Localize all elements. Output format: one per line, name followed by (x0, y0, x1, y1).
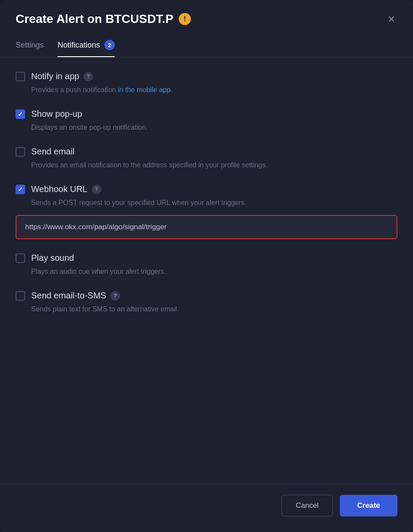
play-sound-label: Play sound (31, 253, 74, 263)
dialog-title: Create Alert on BTCUSDT.P ! (16, 12, 191, 26)
send-email-sms-checkbox[interactable] (16, 291, 25, 301)
dialog-body: Notify in app ? Provides a push notifica… (0, 58, 413, 484)
webhook-url-input[interactable] (25, 223, 388, 231)
option-send-email: Send email Provides an email notificatio… (16, 147, 397, 170)
create-button[interactable]: Create (340, 495, 397, 516)
notify-in-app-label: Notify in app (31, 71, 79, 81)
mobile-app-link[interactable]: in the mobile app (118, 86, 171, 93)
send-email-checkbox[interactable] (16, 147, 25, 157)
send-email-sms-desc: Sends plain text for SMS to an alternati… (16, 304, 397, 314)
option-show-popup: Show pop-up Displays an onsite pop-up no… (16, 109, 397, 133)
send-email-sms-help-icon[interactable]: ? (110, 291, 120, 301)
tab-settings[interactable]: Settings (16, 35, 44, 57)
webhook-url-desc: Sends a POST request to your specified U… (16, 198, 397, 208)
option-webhook-url: Webhook URL ? Sends a POST request to yo… (16, 184, 397, 239)
close-icon (387, 15, 396, 23)
cancel-button[interactable]: Cancel (281, 495, 333, 516)
option-send-email-sms: Send email-to-SMS ? Sends plain text for… (16, 291, 397, 314)
show-popup-desc: Displays an onsite pop-up notification. (16, 122, 397, 133)
tabs: Settings Notifications 2 (0, 35, 413, 58)
notify-in-app-help-icon[interactable]: ? (84, 72, 93, 81)
send-email-desc: Provides an email notification to the ad… (16, 160, 397, 170)
tab-settings-label: Settings (16, 41, 44, 50)
webhook-url-help-icon[interactable]: ? (92, 185, 101, 194)
notify-in-app-checkbox[interactable] (16, 72, 25, 81)
dialog-footer: Cancel Create (0, 484, 413, 532)
close-button[interactable] (385, 13, 397, 25)
warning-icon: ! (179, 13, 191, 25)
option-play-sound: Play sound Plays an audio cue when your … (16, 253, 397, 277)
notifications-badge: 2 (104, 40, 115, 50)
webhook-url-checkbox[interactable] (16, 185, 25, 194)
notify-in-app-desc: Provides a push notification in the mobi… (16, 85, 397, 95)
play-sound-desc: Plays an audio cue when your alert trigg… (16, 266, 397, 277)
webhook-input-wrapper (16, 215, 397, 239)
send-email-sms-label: Send email-to-SMS (31, 291, 106, 301)
play-sound-checkbox[interactable] (16, 253, 25, 263)
show-popup-checkbox[interactable] (16, 109, 25, 119)
tab-notifications[interactable]: Notifications 2 (58, 35, 115, 57)
option-notify-in-app: Notify in app ? Provides a push notifica… (16, 71, 397, 95)
create-alert-dialog: Create Alert on BTCUSDT.P ! Settings Not… (0, 0, 413, 532)
tab-notifications-label: Notifications (58, 41, 100, 50)
dialog-header: Create Alert on BTCUSDT.P ! (0, 0, 413, 35)
webhook-url-label: Webhook URL (31, 184, 87, 194)
send-email-label: Send email (31, 147, 74, 157)
show-popup-label: Show pop-up (31, 109, 82, 119)
title-text: Create Alert on BTCUSDT.P (16, 12, 174, 26)
